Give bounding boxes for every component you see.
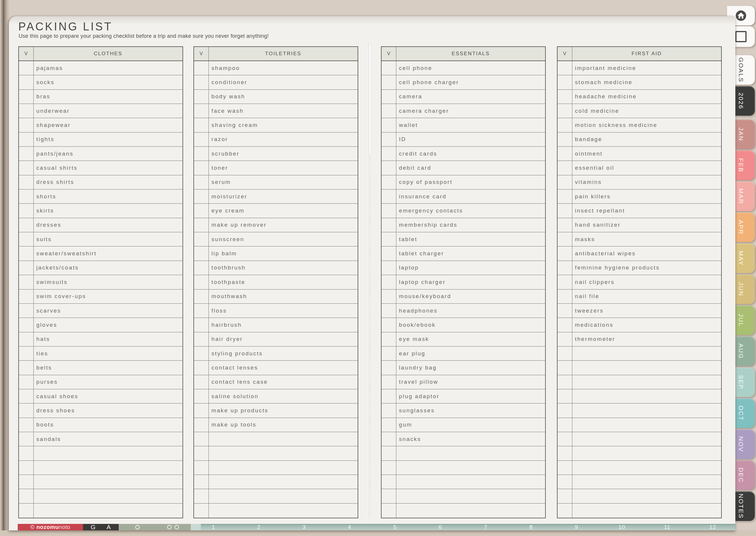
item-cell[interactable] — [572, 375, 721, 389]
checkbox-cell[interactable] — [19, 418, 34, 432]
checkbox-cell[interactable] — [558, 161, 572, 175]
checkbox-cell[interactable] — [558, 347, 572, 360]
checkbox-cell[interactable] — [558, 446, 572, 460]
checkbox-cell[interactable] — [558, 90, 572, 104]
checkbox-cell[interactable] — [194, 332, 209, 346]
item-cell[interactable] — [34, 461, 183, 475]
checkbox-cell[interactable] — [194, 504, 209, 518]
checkbox-cell[interactable] — [194, 61, 209, 75]
checkbox-cell[interactable] — [19, 432, 34, 446]
checkbox-cell[interactable] — [19, 347, 34, 360]
checkbox-cell[interactable] — [194, 218, 209, 232]
checkbox-cell[interactable] — [558, 475, 572, 489]
checkbox-cell[interactable] — [558, 189, 572, 203]
item-cell[interactable] — [34, 446, 183, 460]
checkbox-cell[interactable] — [558, 489, 572, 503]
checkbox-cell[interactable] — [19, 75, 34, 89]
circle-marker[interactable] — [175, 525, 179, 529]
checkbox-cell[interactable] — [558, 389, 572, 403]
month-number-7[interactable]: 7 — [463, 524, 508, 530]
item-cell[interactable] — [572, 504, 721, 518]
checkbox-cell[interactable] — [558, 418, 572, 432]
checkbox-cell[interactable] — [194, 418, 209, 432]
checkbox-cell[interactable] — [382, 389, 396, 403]
checkbox-cell[interactable] — [382, 403, 396, 418]
checkbox-cell[interactable] — [19, 475, 34, 489]
month-number-12[interactable]: 12 — [690, 524, 735, 530]
item-cell[interactable] — [396, 475, 545, 489]
checkbox-cell[interactable] — [19, 189, 34, 203]
checkbox-cell[interactable] — [194, 90, 209, 104]
checkbox-cell[interactable] — [194, 475, 209, 489]
checkbox-cell[interactable] — [558, 289, 572, 303]
checkbox-cell[interactable] — [194, 461, 209, 475]
item-cell[interactable] — [34, 475, 183, 489]
checkbox-cell[interactable] — [194, 261, 209, 275]
checkbox-cell[interactable] — [382, 147, 396, 160]
checkbox-cell[interactable] — [194, 289, 209, 303]
checkbox-cell[interactable] — [19, 275, 34, 289]
checkbox-cell[interactable] — [382, 61, 396, 75]
checkbox-cell[interactable] — [558, 504, 572, 518]
checkbox-cell[interactable] — [382, 318, 396, 332]
checkbox-cell[interactable] — [558, 332, 572, 346]
checkbox-cell[interactable] — [19, 261, 34, 275]
checkbox-cell[interactable] — [382, 489, 396, 503]
month-number-4[interactable]: 4 — [327, 524, 372, 530]
checkbox-cell[interactable] — [194, 403, 209, 418]
checkbox-cell[interactable] — [19, 104, 34, 118]
checkbox-cell[interactable] — [194, 161, 209, 175]
checkbox-cell[interactable] — [558, 375, 572, 389]
item-cell[interactable] — [572, 432, 721, 446]
checkbox-cell[interactable] — [558, 61, 572, 75]
checkbox-cell[interactable] — [19, 147, 34, 160]
checkbox-cell[interactable] — [558, 118, 572, 132]
checkbox-cell[interactable] — [382, 275, 396, 289]
checkbox-cell[interactable] — [382, 161, 396, 175]
checkbox-cell[interactable] — [19, 133, 34, 147]
checkbox-cell[interactable] — [194, 304, 209, 318]
month-number-8[interactable]: 8 — [508, 524, 554, 530]
month-number-2[interactable]: 2 — [236, 524, 282, 530]
checkbox-cell[interactable] — [19, 375, 34, 389]
month-number-9[interactable]: 9 — [554, 524, 599, 530]
checkbox-cell[interactable] — [19, 504, 34, 518]
checkbox-cell[interactable] — [19, 403, 34, 418]
checkbox-cell[interactable] — [558, 403, 572, 418]
checkbox-cell[interactable] — [194, 104, 209, 118]
checkbox-cell[interactable] — [194, 375, 209, 389]
item-cell[interactable] — [572, 403, 721, 418]
checkbox-cell[interactable] — [558, 361, 572, 375]
checkbox-cell[interactable] — [382, 218, 396, 232]
checkbox-cell[interactable] — [558, 304, 572, 318]
checkbox-cell[interactable] — [382, 461, 396, 475]
item-cell[interactable] — [396, 504, 545, 518]
checkbox-cell[interactable] — [558, 147, 572, 160]
item-cell[interactable] — [396, 446, 545, 460]
checkbox-cell[interactable] — [382, 304, 396, 318]
checkbox-cell[interactable] — [194, 318, 209, 332]
item-cell[interactable] — [572, 461, 721, 475]
month-number-11[interactable]: 11 — [645, 524, 690, 530]
checkbox-cell[interactable] — [558, 75, 572, 89]
nav-letter-g[interactable]: G — [91, 523, 96, 531]
checkbox-cell[interactable] — [194, 489, 209, 503]
checkbox-cell[interactable] — [194, 75, 209, 89]
checkbox-cell[interactable] — [382, 347, 396, 360]
nav-letter-a[interactable]: A — [107, 523, 111, 531]
checkbox-cell[interactable] — [382, 504, 396, 518]
checkbox-cell[interactable] — [382, 175, 396, 189]
month-number-5[interactable]: 5 — [372, 524, 418, 530]
checkbox-cell[interactable] — [558, 175, 572, 189]
checkbox-cell[interactable] — [19, 289, 34, 303]
circle-marker[interactable] — [167, 525, 172, 529]
checkbox-cell[interactable] — [382, 232, 396, 246]
checkbox-cell[interactable] — [382, 118, 396, 132]
checkbox-cell[interactable] — [19, 204, 34, 218]
checkbox-cell[interactable] — [194, 432, 209, 446]
checkbox-cell[interactable] — [382, 247, 396, 260]
checkbox-cell[interactable] — [194, 133, 209, 147]
checkbox-cell[interactable] — [382, 90, 396, 104]
checkbox-cell[interactable] — [382, 432, 396, 446]
item-cell[interactable] — [209, 432, 358, 446]
